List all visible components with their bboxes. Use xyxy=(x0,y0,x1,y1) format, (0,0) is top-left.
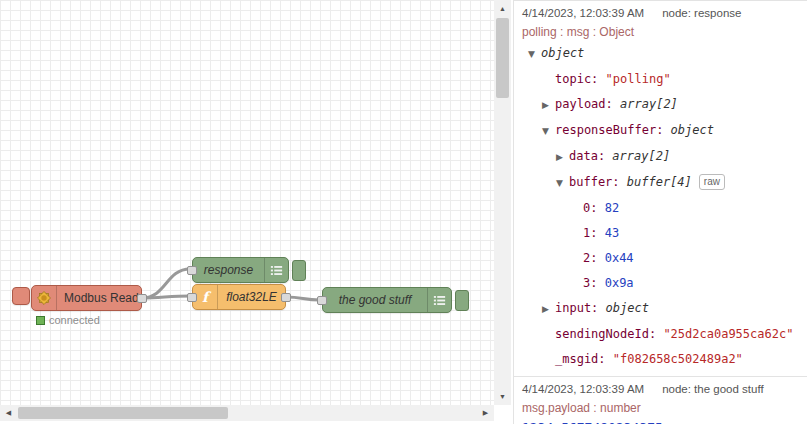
debug-source-node: node: response xyxy=(662,7,741,19)
tree-row: topic: "polling" xyxy=(522,67,801,92)
scroll-down-arrow-icon[interactable]: ▼ xyxy=(494,388,511,405)
tree-row: ▼object xyxy=(522,41,801,67)
collapse-arrow-icon[interactable]: ▼ xyxy=(528,42,541,67)
node-label: float32LE xyxy=(218,285,285,309)
debug-source-node: node: the good stuff xyxy=(662,383,763,395)
tree-value: object xyxy=(541,46,584,60)
modbus-icon xyxy=(32,286,57,310)
tree-value: 43 xyxy=(605,226,619,240)
tree-value: buffer[4] xyxy=(627,175,692,189)
scroll-up-arrow-icon[interactable]: ▲ xyxy=(494,0,511,17)
tree-row: 3: 0x9a xyxy=(522,271,801,296)
tree-key: topic: xyxy=(555,72,606,86)
expand-arrow-icon[interactable]: ▶ xyxy=(556,145,569,170)
tree-row: ▼buffer: buffer[4]raw xyxy=(522,170,801,196)
tree-row: ▶payload: array[2] xyxy=(522,92,801,118)
debug-list-icon xyxy=(427,288,451,312)
flow-canvas[interactable]: Modbus Read connected response xyxy=(0,0,494,405)
vertical-scrollbar[interactable]: ▲ ▼ xyxy=(494,0,511,405)
tree-key: buffer: xyxy=(569,175,627,189)
tree-key: payload: xyxy=(555,97,620,111)
debug-message-good-stuff: 4/14/2023, 12:03:39 AMnode: the good stu… xyxy=(514,376,807,424)
wire-modbus-to-response[interactable] xyxy=(142,269,190,298)
debug-timestamp: 4/14/2023, 12:03:39 AM xyxy=(522,383,644,395)
input-port[interactable] xyxy=(317,296,327,305)
expand-arrow-icon[interactable]: ▶ xyxy=(542,297,555,322)
function-node-float32le[interactable]: f float32LE xyxy=(192,284,286,310)
debug-payload-value: 1234.5677490234375 xyxy=(522,418,801,424)
debug-message-meta: 4/14/2023, 12:03:39 AMnode: the good stu… xyxy=(522,381,801,397)
tree-key: 2: xyxy=(583,251,605,265)
tree-value: array[2] xyxy=(620,97,678,111)
debug-message-response: 4/14/2023, 12:03:39 AMnode: response pol… xyxy=(514,0,807,376)
tree-row: 0: 82 xyxy=(522,196,801,221)
debug-message-meta: 4/14/2023, 12:03:39 AMnode: response xyxy=(522,5,801,21)
tree-value: 82 xyxy=(605,201,619,215)
node-red-app: Modbus Read connected response xyxy=(0,0,807,424)
scroll-left-arrow-icon[interactable]: ◀ xyxy=(0,405,17,421)
collapse-arrow-icon[interactable]: ▼ xyxy=(542,119,555,144)
output-port[interactable] xyxy=(281,293,291,302)
scroll-right-arrow-icon[interactable]: ▶ xyxy=(477,405,494,421)
horizontal-scroll-thumb[interactable] xyxy=(18,407,228,419)
horizontal-scrollbar[interactable]: ◀ ▶ xyxy=(0,405,494,421)
debug-property-path: polling : msg : Object xyxy=(522,23,801,41)
node-label: the good stuff xyxy=(323,288,427,312)
debug-property-path: msg.payload : number xyxy=(522,399,801,417)
modbus-read-node[interactable]: Modbus Read xyxy=(31,285,142,311)
output-port[interactable] xyxy=(137,294,147,303)
debug-enable-toggle[interactable] xyxy=(292,260,306,281)
tree-key: 0: xyxy=(583,201,605,215)
tree-value: 0x9a xyxy=(605,276,634,290)
wires-layer xyxy=(0,0,494,405)
wire-float32-to-goodstuff[interactable] xyxy=(286,297,320,300)
tree-key: input: xyxy=(555,301,606,315)
tree-value: "polling" xyxy=(606,72,671,86)
tree-row: ▶input: object xyxy=(522,296,801,322)
collapse-arrow-icon[interactable]: ▼ xyxy=(556,171,569,196)
debug-list-icon xyxy=(264,258,288,282)
tree-key: 3: xyxy=(583,276,605,290)
status-text: connected xyxy=(49,314,100,326)
tree-row: ▼responseBuffer: object xyxy=(522,118,801,144)
tree-row: 1: 43 xyxy=(522,221,801,246)
node-label: response xyxy=(193,258,264,282)
tree-row: _msgid: "f082658c502489a2" xyxy=(522,347,801,372)
node-status: connected xyxy=(36,314,100,326)
tree-row: sendingNodeId: "25d2ca0a955ca62c" xyxy=(522,322,801,347)
tree-value: object xyxy=(606,301,649,315)
status-dot-icon xyxy=(36,316,45,325)
tree-row: 2: 0x44 xyxy=(522,246,801,271)
vertical-scroll-thumb[interactable] xyxy=(496,18,509,98)
debug-node-response[interactable]: response xyxy=(192,257,289,283)
raw-toggle-button[interactable]: raw xyxy=(699,174,725,190)
input-port[interactable] xyxy=(187,293,197,302)
tree-key: data: xyxy=(569,149,612,163)
tree-key: responseBuffer: xyxy=(555,123,671,137)
expand-arrow-icon[interactable]: ▶ xyxy=(542,93,555,118)
tree-value: "25d2ca0a955ca62c" xyxy=(663,327,793,341)
debug-sidebar: 4/14/2023, 12:03:39 AMnode: response pol… xyxy=(513,0,807,424)
tree-value: object xyxy=(671,123,714,137)
tree-value: array[2] xyxy=(612,149,670,163)
debug-enable-toggle[interactable] xyxy=(455,290,469,311)
debug-timestamp: 4/14/2023, 12:03:39 AM xyxy=(522,7,644,19)
tree-value: 0x44 xyxy=(605,251,634,265)
tree-row: ▶data: array[2] xyxy=(522,144,801,170)
debug-node-good-stuff[interactable]: the good stuff xyxy=(322,287,452,313)
tree-key: 1: xyxy=(583,226,605,240)
unlabeled-modbus-node[interactable] xyxy=(12,287,30,305)
input-port[interactable] xyxy=(187,266,197,275)
tree-key: sendingNodeId: xyxy=(555,327,663,341)
node-label: Modbus Read xyxy=(57,286,146,310)
json-tree: ▼objecttopic: "polling"▶payload: array[2… xyxy=(522,41,801,372)
tree-value: "f082658c502489a2" xyxy=(613,352,743,366)
tree-key: _msgid: xyxy=(555,352,613,366)
flow-canvas-wrap: Modbus Read connected response xyxy=(0,0,513,424)
